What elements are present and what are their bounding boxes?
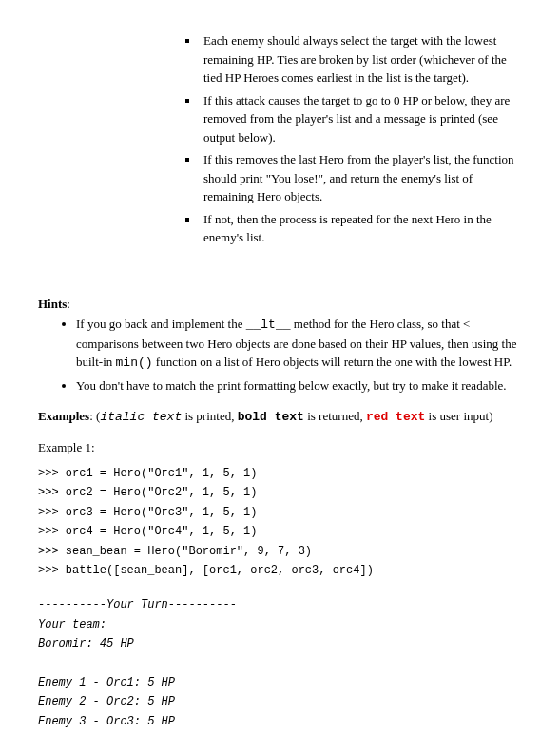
code-line: >>> battle([sean_bean], [orc1, orc2, orc… xyxy=(38,564,374,577)
hint-text: function on a list of Hero objects will … xyxy=(153,355,512,369)
output-line: Enemy 1 - Orc1: 5 HP xyxy=(38,676,175,689)
sub-bullet: If this attack causes the target to go t… xyxy=(200,91,522,147)
code-line: >>> orc3 = Hero("Orc3", 1, 5, 1) xyxy=(38,506,257,519)
legend-text: is printed, xyxy=(182,409,238,423)
code-line: >>> orc2 = Hero("Orc2", 1, 5, 1) xyxy=(38,486,257,499)
enemy-behavior-list: Each enemy should always select the targ… xyxy=(162,31,522,247)
legend-text: : ( xyxy=(89,409,100,423)
output-line: Enemy 2 - Orc2: 5 HP xyxy=(38,695,175,708)
code-line: >>> orc1 = Hero("Orc1", 1, 5, 1) xyxy=(38,467,257,480)
legend-text: is returned, xyxy=(304,409,366,423)
legend-red: red text xyxy=(366,410,425,424)
output-block: ----------Your Turn---------- Your team:… xyxy=(38,595,522,734)
hint-item: If you go back and implement the __lt__ … xyxy=(76,315,522,373)
code-inline: __lt__ xyxy=(246,318,291,332)
hints-label: Hints xyxy=(38,297,67,311)
examples-legend: Examples: (italic text is printed, bold … xyxy=(38,407,522,427)
code-block: >>> orc1 = Hero("Orc1", 1, 5, 1) >>> orc… xyxy=(38,464,522,580)
code-line: >>> sean_bean = Hero("Boromir", 9, 7, 3) xyxy=(38,545,312,558)
output-line: Boromir: 45 HP xyxy=(38,637,134,650)
hint-item: You don't have to match the print format… xyxy=(76,377,522,396)
hint-text: If you go back and implement the xyxy=(76,317,246,331)
hints-list: If you go back and implement the __lt__ … xyxy=(67,315,522,395)
sub-bullet: If not, then the process is repeated for… xyxy=(200,210,522,247)
output-line: Your team: xyxy=(38,618,106,631)
legend-text: is user input) xyxy=(425,409,492,423)
examples-label: Examples xyxy=(38,409,89,423)
legend-italic: italic text xyxy=(100,410,182,424)
output-line: Enemy 3 - Orc3: 5 HP xyxy=(38,715,175,728)
sub-bullet: If this removes the last Hero from the p… xyxy=(200,150,522,206)
legend-bold: bold text xyxy=(238,410,304,424)
output-line: ----------Your Turn---------- xyxy=(38,598,237,611)
code-line: >>> orc4 = Hero("Orc4", 1, 5, 1) xyxy=(38,525,257,538)
hints-section: Hints: If you go back and implement the … xyxy=(38,295,522,396)
sub-bullet: Each enemy should always select the targ… xyxy=(200,31,522,87)
example-number: Example 1: xyxy=(38,438,522,457)
code-inline: min() xyxy=(116,356,153,370)
